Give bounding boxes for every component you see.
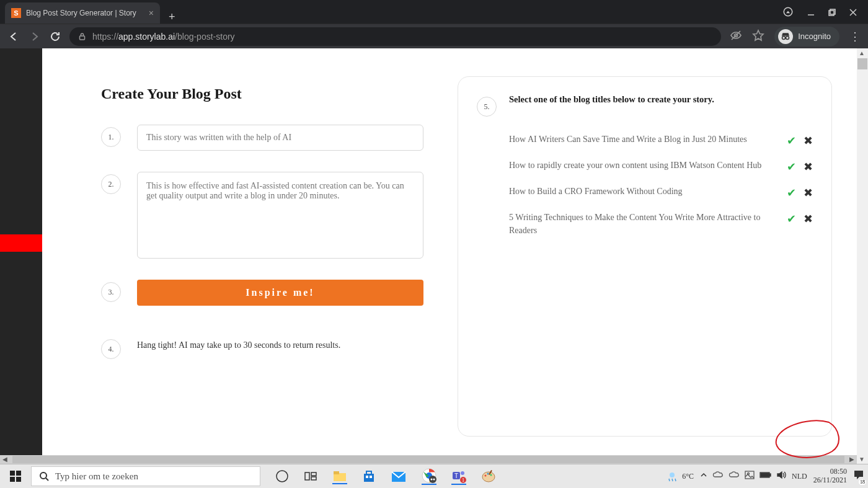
svg-rect-16	[10, 477, 15, 482]
content-area: Create Your Blog Post 1. 2. This is how …	[42, 48, 857, 455]
address-bar[interactable]: https://app.storylab.ai/blog-post-story	[69, 27, 721, 46]
svg-rect-51	[761, 473, 769, 477]
forward-button[interactable]	[29, 30, 41, 43]
svg-rect-14	[10, 471, 15, 476]
svg-rect-21	[305, 472, 309, 480]
inspire-me-button[interactable]: Inspire me!	[137, 280, 423, 306]
language-indicator[interactable]: NLD	[792, 472, 807, 481]
results-panel: 5. Select one of the blog titles below t…	[458, 76, 832, 437]
svg-rect-29	[370, 476, 372, 478]
horizontal-scrollbar[interactable]: ◀ ▶	[0, 455, 857, 464]
scroll-right-arrow[interactable]: ▶	[849, 456, 854, 463]
tab-title: Blog Post Story Generator | Story	[26, 9, 136, 17]
step-badge-1: 1.	[101, 127, 121, 147]
account-icon[interactable]	[782, 6, 794, 20]
chevron-up-icon[interactable]	[700, 471, 707, 481]
paint-icon[interactable]	[481, 469, 496, 484]
scroll-down-arrow[interactable]: ▼	[859, 456, 865, 463]
search-icon	[39, 471, 49, 481]
accept-icon[interactable]: ✔	[787, 186, 796, 200]
svg-point-35	[433, 478, 435, 480]
file-explorer-icon[interactable]	[332, 469, 347, 484]
title-suggestions: How AI Writers Can Save Time and Write a…	[477, 133, 813, 237]
accept-icon[interactable]: ✔	[787, 160, 796, 174]
taskbar-search[interactable]: Typ hier om te zoeken	[31, 466, 260, 486]
vertical-scrollbar[interactable]: ▲ ▼	[857, 48, 868, 464]
clock[interactable]: 08:50 26/11/2021	[813, 468, 847, 485]
step-3: 3. Inspire me!	[101, 280, 423, 306]
svg-marker-52	[777, 472, 782, 478]
results-instruction: Select one of the blog titles below to c…	[509, 94, 714, 105]
incognito-label: Incognito	[798, 32, 831, 41]
taskbar-apps: T1	[275, 468, 496, 485]
notifications-icon[interactable]: 18	[853, 469, 864, 483]
step-badge-5: 5.	[477, 97, 497, 117]
volume-icon[interactable]	[777, 471, 787, 482]
svg-point-20	[277, 471, 288, 482]
battery-icon[interactable]	[760, 471, 772, 481]
step-badge-4: 4.	[101, 339, 121, 359]
task-view-icon[interactable]	[304, 469, 317, 483]
svg-rect-50	[769, 474, 771, 476]
story-title-input[interactable]	[137, 125, 423, 151]
title-item: How to rapidly create your own content u…	[509, 159, 813, 174]
svg-line-19	[46, 478, 48, 481]
close-tab-icon[interactable]: ×	[149, 8, 154, 18]
reject-icon[interactable]: ✖	[804, 160, 813, 174]
step-badge-3: 3.	[101, 282, 121, 302]
svg-point-12	[786, 36, 789, 39]
reject-icon[interactable]: ✖	[804, 212, 813, 226]
scroll-thumb[interactable]	[857, 58, 867, 69]
title-item: How AI Writers Can Save Time and Write a…	[509, 133, 813, 148]
svg-point-34	[431, 478, 433, 480]
ms-store-icon[interactable]	[362, 469, 376, 483]
accept-icon[interactable]: ✔	[787, 212, 796, 226]
svg-rect-28	[366, 476, 368, 478]
minimize-icon[interactable]	[807, 7, 815, 19]
svg-point-46	[670, 472, 675, 477]
close-window-icon[interactable]	[849, 7, 857, 19]
photos-icon[interactable]	[745, 471, 755, 482]
title-item: How to Build a CRO Framework Without Cod…	[509, 185, 813, 200]
svg-point-43	[487, 473, 489, 475]
browser-tab[interactable]: S Blog Post Story Generator | Story ×	[5, 2, 160, 24]
maximize-icon[interactable]	[828, 7, 836, 19]
title-text: How to Build a CRO Framework Without Cod…	[509, 185, 778, 198]
tray-icons: NLD	[700, 471, 807, 482]
chrome-icon[interactable]	[422, 468, 436, 485]
temperature: 6°C	[682, 472, 694, 481]
scroll-left-arrow[interactable]: ◀	[2, 456, 7, 463]
scroll-up-arrow[interactable]: ▲	[859, 50, 865, 56]
kebab-menu-icon[interactable]: ⋮	[849, 30, 861, 43]
svg-rect-27	[366, 471, 371, 474]
mail-icon[interactable]	[391, 469, 407, 483]
eye-off-icon[interactable]	[730, 29, 742, 44]
incognito-icon	[778, 29, 793, 44]
left-rail	[0, 48, 42, 455]
start-button[interactable]	[0, 471, 31, 482]
time: 08:50	[813, 468, 847, 476]
viewport: Create Your Blog Post 1. 2. This is how …	[0, 48, 868, 464]
cortana-icon[interactable]	[275, 469, 289, 483]
story-description-input[interactable]: This is how effective and fast AI-assist…	[137, 172, 423, 259]
svg-rect-23	[311, 477, 316, 480]
svg-rect-22	[311, 472, 316, 476]
new-tab-button[interactable]: +	[160, 11, 184, 24]
title-item: 5 Writing Techniques to Make the Content…	[509, 211, 813, 237]
reject-icon[interactable]: ✖	[804, 186, 813, 200]
tab-strip: S Blog Post Story Generator | Story × +	[0, 0, 868, 24]
bookmark-star-icon[interactable]	[752, 29, 764, 44]
back-button[interactable]	[7, 30, 20, 43]
cloud-icon[interactable]	[728, 471, 740, 482]
step-1: 1.	[101, 125, 423, 151]
weather-widget[interactable]: 6°C	[666, 470, 694, 482]
svg-point-38	[461, 471, 464, 475]
hscroll-thumb[interactable]	[12, 456, 844, 463]
reject-icon[interactable]: ✖	[804, 134, 813, 148]
step-4: 4. Hang tight! AI may take up to 30 seco…	[101, 337, 423, 359]
reload-button[interactable]	[50, 31, 61, 42]
onedrive-icon[interactable]	[712, 471, 724, 482]
teams-icon[interactable]: T1	[451, 468, 466, 485]
accept-icon[interactable]: ✔	[787, 134, 796, 148]
incognito-badge[interactable]: Incognito	[774, 27, 839, 47]
